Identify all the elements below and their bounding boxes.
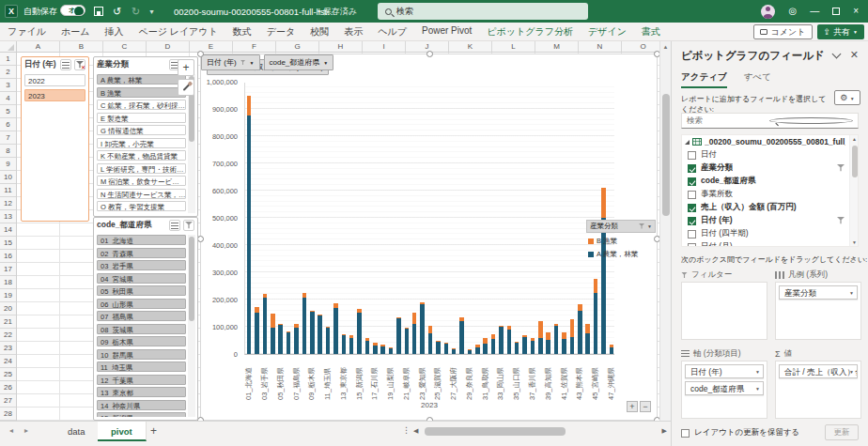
multi-select-button[interactable] <box>169 220 180 231</box>
slicer-item[interactable]: 15_新潟県 <box>97 412 186 417</box>
row-header[interactable]: 2 <box>0 66 16 79</box>
field-checkbox[interactable] <box>688 204 696 212</box>
bar-segment[interactable] <box>255 307 259 313</box>
slicer-item[interactable]: I 卸売業，小売業 <box>97 138 186 148</box>
chart-legend[interactable]: 産業分類 ▼ B 漁業A 農業，林業 <box>586 220 656 259</box>
column-header[interactable]: H <box>319 41 363 52</box>
row-header[interactable]: 8 <box>0 145 16 158</box>
row-header[interactable]: 1 <box>0 53 16 66</box>
bar-segment[interactable] <box>302 298 307 354</box>
field-list-scrollbar[interactable]: ▲ ▼ <box>849 135 858 246</box>
row-header[interactable]: 28 <box>0 408 16 421</box>
row-header[interactable]: 5 <box>0 105 16 118</box>
filter-button[interactable] <box>183 220 194 231</box>
bar-segment[interactable] <box>349 335 354 338</box>
slicer-item[interactable]: 14_神奈川県 <box>97 400 186 410</box>
ribbon-tab-2[interactable]: 挿入 <box>104 25 123 38</box>
row-header[interactable]: 15 <box>0 237 16 250</box>
bar-segment[interactable] <box>491 334 496 339</box>
bar-segment[interactable] <box>294 324 299 327</box>
chart-elements-button[interactable]: + <box>178 59 194 76</box>
undo-button[interactable]: ↺ <box>113 0 121 23</box>
bar-segment[interactable] <box>405 328 410 329</box>
field-checkbox[interactable] <box>688 217 696 225</box>
slicer-item[interactable]: 03_岩手県 <box>97 260 186 270</box>
defer-layout-checkbox[interactable] <box>681 429 690 438</box>
autosave-toggle[interactable]: オン <box>60 0 85 23</box>
slicer-scrollbar[interactable] <box>188 235 195 417</box>
sheet-nav-right-icon[interactable]: ▸ <box>24 426 28 435</box>
row-header[interactable]: 9 <box>0 158 16 171</box>
column-header[interactable]: L <box>492 41 535 52</box>
bar-segment[interactable] <box>531 341 535 354</box>
sheet-vertical-scrollbar[interactable]: ▲ <box>659 41 671 421</box>
bar-segment[interactable] <box>365 341 370 354</box>
bar-segment[interactable] <box>585 324 590 333</box>
bar-segment[interactable] <box>538 321 543 338</box>
bar-segment[interactable] <box>546 332 550 340</box>
bar-segment[interactable] <box>515 343 519 354</box>
field-item[interactable]: 日付 (四半期) <box>682 227 858 240</box>
bar-segment[interactable] <box>507 330 512 354</box>
slicer-item[interactable]: 12_千葉県 <box>97 375 186 385</box>
sheet-tab-pivot[interactable]: pivot <box>98 422 147 441</box>
bar-segment[interactable] <box>342 335 347 354</box>
slicer-item[interactable]: K 不動産業，物品賃貸業 <box>97 150 186 161</box>
slicer-item[interactable]: 04_宮城県 <box>97 273 186 284</box>
slicer-item[interactable]: 2022 <box>24 74 85 86</box>
column-header[interactable]: N <box>579 41 622 52</box>
resize-handle[interactable] <box>197 236 204 242</box>
slicer-prefecture[interactable]: code_都道府県 01_北海道02_青森県03_岩手県04_宮城県05_秋田県… <box>93 217 198 421</box>
field-table-row[interactable]: _00200_soumu_00200555_00801_full_… <box>682 135 858 148</box>
slicer-item[interactable]: 07_福島県 <box>97 311 186 321</box>
horizontal-scrollbar[interactable]: ◀ ▶ <box>413 426 667 437</box>
bar-segment[interactable] <box>412 324 417 354</box>
bar-segment[interactable] <box>420 304 425 354</box>
column-header[interactable]: O <box>622 41 659 52</box>
bar-segment[interactable] <box>578 311 582 354</box>
axis-area-box[interactable]: 日付 (年)▼code_都道府県▼ <box>681 361 767 419</box>
row-header[interactable]: 11 <box>0 184 16 197</box>
presence-icon[interactable]: ◎ <box>788 0 797 23</box>
bar-segment[interactable] <box>326 327 331 328</box>
account-avatar[interactable] <box>761 5 775 19</box>
bar-segment[interactable] <box>302 293 307 298</box>
bar-segment[interactable] <box>546 340 550 354</box>
sheet-tab-data[interactable]: data <box>54 422 100 441</box>
bar-segment[interactable] <box>326 328 331 354</box>
bar-segment[interactable] <box>396 318 401 354</box>
bar-segment[interactable] <box>459 321 464 354</box>
close-button[interactable]: × <box>853 0 859 23</box>
field-checkbox[interactable] <box>688 230 696 238</box>
bar-segment[interactable] <box>278 324 283 325</box>
bar-segment[interactable] <box>483 344 488 354</box>
bar-segment[interactable] <box>452 349 457 355</box>
slicer-item[interactable]: 10_群馬県 <box>97 349 186 360</box>
scrollbar-thumb[interactable] <box>852 146 858 177</box>
scroll-right-icon[interactable]: ▶ <box>662 427 667 435</box>
bar-segment[interactable] <box>570 337 575 354</box>
bar-segment[interactable] <box>562 332 566 339</box>
area-field-pill[interactable]: 産業分類▼ <box>779 285 858 300</box>
bar-segment[interactable] <box>357 313 362 354</box>
bar-segment[interactable] <box>310 312 315 354</box>
scroll-up-icon[interactable]: ▲ <box>660 41 671 53</box>
field-item[interactable]: 日付 (年) <box>682 214 858 227</box>
bar-segment[interactable] <box>420 302 425 304</box>
minimize-button[interactable]: — <box>810 0 819 23</box>
bar-segment[interactable] <box>459 317 464 320</box>
ribbon-tab-0[interactable]: ファイル <box>8 25 46 38</box>
bar-segment[interactable] <box>562 339 566 354</box>
bar-segment[interactable] <box>380 345 385 346</box>
scroll-left-icon[interactable]: ◀ <box>413 427 418 435</box>
multi-select-button[interactable] <box>60 59 71 70</box>
row-header[interactable]: 4 <box>0 92 16 105</box>
scrollbar-thumb[interactable] <box>662 94 670 216</box>
row-header[interactable]: 22 <box>0 329 16 342</box>
bar-segment[interactable] <box>333 308 338 354</box>
column-header[interactable]: F <box>233 41 276 52</box>
row-header[interactable]: 19 <box>0 289 16 302</box>
bar-segment[interactable] <box>396 317 401 318</box>
bar-segment[interactable] <box>247 115 252 354</box>
row-header[interactable]: 20 <box>0 302 16 315</box>
